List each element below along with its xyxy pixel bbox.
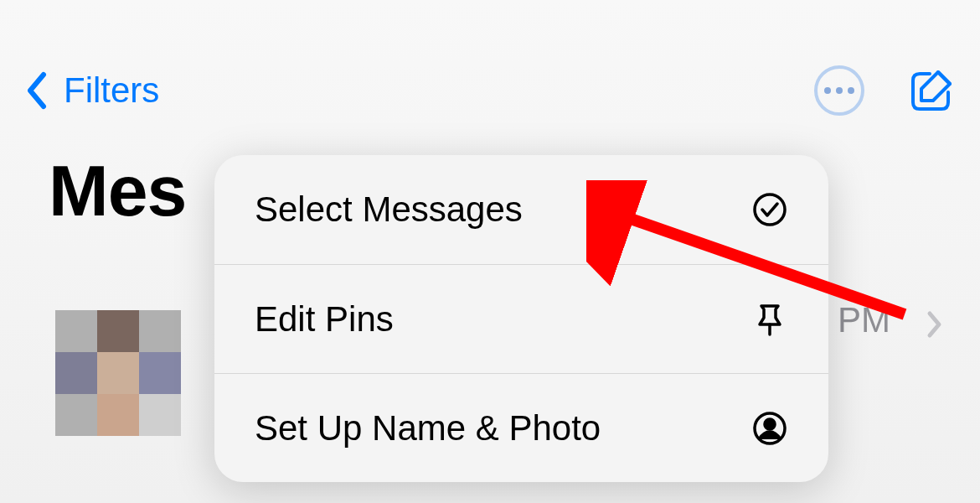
avatar[interactable] (55, 310, 181, 436)
back-label: Filters (64, 70, 159, 111)
menu-item-label: Set Up Name & Photo (255, 408, 601, 449)
person-circle-icon (751, 410, 788, 447)
checkmark-circle-icon (751, 191, 788, 228)
menu-item-label: Select Messages (255, 189, 523, 230)
more-button[interactable] (814, 65, 864, 116)
back-button[interactable]: Filters (25, 70, 159, 111)
timestamp: PM (838, 300, 890, 340)
menu-item-setup-name-photo[interactable]: Set Up Name & Photo (214, 373, 828, 482)
chevron-left-icon (25, 71, 49, 110)
compose-icon (910, 69, 953, 112)
menu-item-label: Edit Pins (255, 299, 394, 340)
svg-point-4 (765, 419, 775, 429)
svg-point-1 (755, 194, 785, 225)
menu-item-select-messages[interactable]: Select Messages (214, 155, 828, 264)
context-menu: Select Messages Edit Pins Set Up Name & … (214, 155, 828, 482)
ellipsis-icon (824, 87, 854, 94)
pin-icon (751, 301, 788, 338)
svg-line-0 (938, 72, 950, 84)
compose-button[interactable] (908, 67, 955, 114)
menu-item-edit-pins[interactable]: Edit Pins (214, 264, 828, 373)
chevron-right-icon (926, 310, 943, 339)
